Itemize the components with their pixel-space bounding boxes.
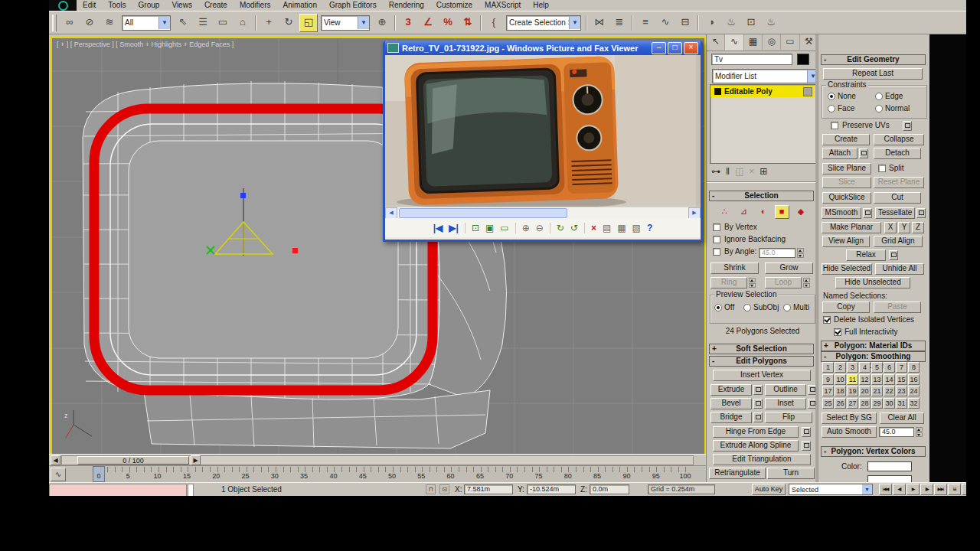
help-icon[interactable]: ? (647, 222, 652, 234)
print-icon[interactable]: ▤ (603, 222, 611, 234)
material-editor-icon[interactable]: ◑ (702, 14, 720, 32)
viewer-title-bar[interactable]: Retro_TV_01-731922.jpg - Windows Picture… (385, 41, 701, 55)
smoothing-group-20[interactable]: 20 (859, 386, 871, 396)
smoothing-group-2[interactable]: 2 (835, 362, 846, 373)
named-selection-sets-select[interactable]: Create Selection Se▼ (506, 15, 581, 31)
smoothing-group-13[interactable]: 13 (871, 374, 883, 385)
quickslice-button[interactable]: QuickSlice (822, 192, 871, 204)
zoom-out-icon[interactable]: ⊖ (536, 222, 544, 234)
next-image-icon[interactable]: ▶| (449, 222, 459, 234)
menu-views[interactable]: Views (165, 0, 198, 11)
render-setup-icon[interactable]: ♨ (722, 14, 740, 32)
vertex-mode-icon[interactable]: ∴ (717, 205, 732, 219)
snaps-toggle-icon[interactable]: 3 (399, 14, 417, 32)
tessellate-settings-icon[interactable] (916, 208, 926, 218)
next-frame-button[interactable]: ||▶ (920, 484, 933, 495)
detach-button[interactable]: Detach (874, 148, 921, 159)
menu-edit[interactable]: Edit (77, 0, 102, 11)
slice-plane-button[interactable]: Slice Plane (822, 163, 871, 174)
modifier-stack-selected-row[interactable]: Editable Poly (710, 86, 815, 97)
relax-button[interactable]: Relax (846, 249, 886, 261)
zoom-in-icon[interactable]: ⊕ (522, 222, 530, 234)
smoothing-group-11[interactable]: 11 (847, 374, 858, 385)
tab-motion[interactable]: ◎ (763, 34, 781, 50)
smoothing-group-18[interactable]: 18 (835, 386, 846, 396)
scroll-left-icon[interactable]: ◀ (385, 207, 397, 219)
play-button[interactable]: ▶ (906, 484, 920, 495)
smoothing-group-14[interactable]: 14 (884, 374, 895, 385)
tessellate-button[interactable]: Tessellate (875, 207, 915, 219)
previous-frame-button[interactable]: ◀|| (893, 484, 906, 495)
go-to-end-button[interactable]: ▶▶| (934, 484, 947, 495)
menu-customize[interactable]: Customize (430, 0, 479, 11)
bridge-settings-icon[interactable] (753, 412, 763, 422)
y-coordinate-field[interactable]: -10.524m (527, 484, 576, 494)
element-mode-icon[interactable]: ◆ (794, 205, 808, 219)
extrude-spline-settings-icon[interactable] (802, 441, 811, 451)
rotate-ccw-icon[interactable]: ↺ (570, 222, 578, 234)
constraint-edge-radio[interactable] (875, 93, 883, 100)
extrude-button[interactable]: Extrude (710, 384, 752, 396)
menu-maxscript[interactable]: MAXScript (479, 0, 527, 11)
smoothing-group-3[interactable]: 3 (847, 362, 858, 373)
insert-vertex-button[interactable]: Insert Vertex (713, 370, 811, 381)
angle-snap-toggle-icon[interactable]: ∠ (419, 14, 437, 32)
minimize-button[interactable]: – (652, 42, 666, 54)
edit-geometry-rollout-header[interactable]: - Edit Geometry (821, 54, 926, 65)
smoothing-group-27[interactable]: 27 (847, 398, 858, 409)
constraint-face-radio[interactable] (828, 105, 835, 112)
flip-button[interactable]: Flip (765, 412, 812, 423)
unlink-selection-icon[interactable]: ⊘ (80, 14, 99, 32)
auto-smooth-button[interactable]: Auto Smooth (822, 426, 877, 438)
tab-hierarchy[interactable]: ▦ (744, 34, 763, 50)
make-planar-x-button[interactable]: X (884, 222, 897, 233)
select-by-sg-button[interactable]: Select By SG (822, 412, 877, 424)
vertex-color-swatch[interactable] (867, 461, 912, 471)
hinge-from-edge-button[interactable]: Hinge From Edge (713, 426, 799, 438)
smoothing-group-26[interactable]: 26 (835, 398, 846, 409)
tab-create[interactable]: ↖ (707, 34, 725, 50)
maxscript-listener-divider[interactable] (188, 484, 194, 496)
auto-smooth-spinner[interactable] (916, 427, 923, 437)
selection-lock-icon[interactable]: ⊓ (426, 484, 436, 494)
scrollbar-thumb[interactable] (399, 208, 567, 218)
smoothing-group-15[interactable]: 15 (896, 374, 907, 385)
select-and-link-icon[interactable]: ∞ (60, 14, 79, 32)
close-button[interactable]: × (684, 42, 698, 54)
select-object-icon[interactable]: ⇖ (174, 14, 192, 32)
ignore-backfacing-checkbox[interactable] (713, 236, 720, 243)
save-icon[interactable]: ▦ (617, 222, 626, 234)
auto-key-button[interactable]: Auto Key (752, 484, 786, 495)
reset-plane-button[interactable]: Reset Plane (874, 177, 924, 188)
modifier-stack[interactable]: Editable Poly (710, 84, 817, 164)
preview-off-radio[interactable] (714, 304, 722, 311)
relax-settings-icon[interactable] (889, 250, 898, 260)
view-align-button[interactable]: View Align (822, 236, 870, 247)
modifier-lock-icon[interactable] (803, 87, 812, 96)
smoothing-group-29[interactable]: 29 (871, 398, 883, 409)
smoothing-group-24[interactable]: 24 (908, 386, 920, 396)
chevron-down-icon[interactable]: ▼ (158, 17, 170, 29)
show-end-result-icon[interactable]: ‖ (726, 166, 730, 177)
smoothing-group-21[interactable]: 21 (871, 386, 883, 396)
clear-all-button[interactable]: Clear All (880, 412, 924, 424)
attach-settings-icon[interactable] (859, 148, 868, 158)
retriangulate-button[interactable]: Retriangulate (709, 468, 766, 479)
loop-spinner[interactable] (803, 278, 810, 288)
hide-selected-button[interactable]: Hide Selected (822, 263, 872, 275)
shrink-button[interactable]: Shrink (710, 262, 759, 274)
full-interactivity-checkbox[interactable] (834, 328, 841, 336)
select-by-name-icon[interactable]: ☰ (194, 14, 212, 32)
select-and-rotate-icon[interactable]: ↻ (279, 14, 298, 32)
smoothing-group-5[interactable]: 5 (871, 362, 883, 373)
object-name-input[interactable] (711, 54, 792, 65)
smoothing-group-28[interactable]: 28 (859, 398, 871, 409)
smoothing-group-22[interactable]: 22 (884, 386, 895, 396)
rotate-cw-icon[interactable]: ↻ (557, 222, 564, 234)
smoothing-group-19[interactable]: 19 (847, 386, 858, 396)
time-configuration-icon[interactable]: ⊡ (962, 484, 966, 495)
delete-isolated-vertices-checkbox[interactable] (823, 316, 831, 324)
constraint-normal-radio[interactable] (875, 105, 883, 112)
actual-size-icon[interactable]: ▣ (485, 222, 494, 234)
loop-button[interactable]: Loop (765, 277, 802, 289)
